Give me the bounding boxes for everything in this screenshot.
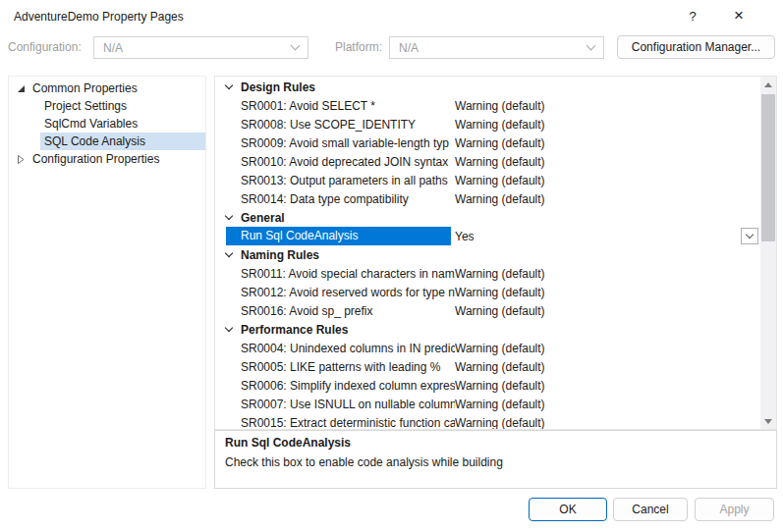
property-value: Warning (default) xyxy=(455,155,760,169)
property-name: SR0005: LIKE patterns with leading % xyxy=(241,360,455,374)
category-row-general[interactable]: General xyxy=(215,208,760,227)
description-text: Check this box to enable code analysis w… xyxy=(225,455,766,469)
property-row-sr0015[interactable]: SR0015: Extract deterministic function c… xyxy=(215,413,760,429)
property-value: Warning (default) xyxy=(455,398,760,411)
tree-item-common-properties[interactable]: Common Properties xyxy=(9,80,205,97)
chevron-down-icon[interactable] xyxy=(225,249,233,257)
chevron-down-icon[interactable] xyxy=(225,81,233,89)
configuration-combobox[interactable]: N/A xyxy=(93,36,308,59)
property-name: SR0016: Avoid sp_ prefix xyxy=(241,304,455,318)
category-row-naming-rules[interactable]: Naming Rules xyxy=(215,245,760,264)
help-icon: ? xyxy=(689,9,696,24)
property-name: SR0004: Unindexed columns in IN predic xyxy=(241,342,455,355)
property-value: Warning (default) xyxy=(455,267,760,281)
property-name: SR0006: Simplify indexed column expres xyxy=(241,379,455,393)
property-value: Warning (default) xyxy=(455,360,760,374)
platform-label: Platform: xyxy=(335,40,382,54)
chevron-down-icon xyxy=(587,41,596,51)
category-row-performance-rules[interactable]: Performance Rules xyxy=(215,320,760,339)
ok-button[interactable]: OK xyxy=(529,498,607,521)
window-title: AdventureDemo Property Pages xyxy=(14,10,184,24)
property-grid-panel: Design Rules SR0001: Avoid SELECT * Warn… xyxy=(214,76,777,430)
property-value: Warning (default) xyxy=(455,342,760,355)
property-name: SR0012: Avoid reserved words for type n xyxy=(241,286,455,299)
cancel-button[interactable]: Cancel xyxy=(613,498,688,521)
tree-item-configuration-properties[interactable]: Configuration Properties xyxy=(9,150,205,168)
platform-value: N/A xyxy=(399,41,419,55)
chevron-down-icon xyxy=(291,41,301,51)
property-row-sr0005[interactable]: SR0005: LIKE patterns with leading % War… xyxy=(215,357,760,376)
property-row-sr0008[interactable]: SR0008: Use SCOPE_IDENTITY Warning (defa… xyxy=(215,115,760,133)
help-button[interactable]: ? xyxy=(676,0,709,31)
scroll-thumb[interactable] xyxy=(761,94,775,241)
property-row-sr0007[interactable]: SR0007: Use ISNULL on nullable column Wa… xyxy=(215,395,760,413)
tree-item-sql-code-analysis[interactable]: SQL Code Analysis xyxy=(9,133,205,150)
expand-icon[interactable] xyxy=(15,154,27,165)
property-row-sr0009[interactable]: SR0009: Avoid small variable-length typ … xyxy=(215,133,760,152)
triangle-down-icon xyxy=(764,419,772,424)
platform-combobox[interactable]: N/A xyxy=(389,36,604,59)
tree-item-sqlcmd-variables[interactable]: SqlCmd Variables xyxy=(9,115,205,133)
category-row-design-rules[interactable]: Design Rules xyxy=(215,78,760,96)
property-value[interactable]: Yes xyxy=(451,230,760,243)
property-value: Warning (default) xyxy=(455,286,760,299)
property-name: SR0014: Data type compatibility xyxy=(241,192,455,206)
property-name: SR0009: Avoid small variable-length typ xyxy=(241,136,455,150)
chevron-down-icon[interactable] xyxy=(225,212,233,220)
triangle-up-icon xyxy=(764,82,772,87)
property-row-sr0016[interactable]: SR0016: Avoid sp_ prefix Warning (defaul… xyxy=(215,301,760,320)
description-title: Run Sql CodeAnalysis xyxy=(225,436,766,450)
configuration-label: Configuration: xyxy=(8,40,82,54)
title-bar: AdventureDemo Property Pages ? × xyxy=(0,0,783,32)
property-grid: Design Rules SR0001: Avoid SELECT * Warn… xyxy=(215,77,760,429)
property-value: Warning (default) xyxy=(455,304,760,318)
property-name: Run Sql CodeAnalysis xyxy=(226,227,451,245)
apply-button[interactable]: Apply xyxy=(695,498,774,521)
configuration-manager-button[interactable]: Configuration Manager... xyxy=(617,35,775,59)
close-button[interactable]: × xyxy=(722,0,755,31)
property-name: SR0008: Use SCOPE_IDENTITY xyxy=(241,118,455,132)
scroll-up-button[interactable] xyxy=(760,77,776,92)
property-value: Warning (default) xyxy=(455,99,760,113)
property-row-sr0012[interactable]: SR0012: Avoid reserved words for type n … xyxy=(215,283,760,301)
property-value: Warning (default) xyxy=(455,416,760,430)
property-row-run-sql-codeanalysis[interactable]: Run Sql CodeAnalysis Yes xyxy=(215,227,760,245)
property-name: SR0001: Avoid SELECT * xyxy=(241,99,455,113)
chevron-down-icon[interactable] xyxy=(225,324,233,332)
property-name: SR0010: Avoid deprecated JOIN syntax xyxy=(241,155,455,169)
collapse-icon[interactable] xyxy=(15,85,27,92)
chevron-down-icon xyxy=(746,231,754,239)
property-row-sr0013[interactable]: SR0013: Output parameters in all paths W… xyxy=(215,171,760,189)
description-panel: Run Sql CodeAnalysis Check this box to e… xyxy=(214,430,777,489)
property-name: SR0013: Output parameters in all paths xyxy=(241,174,455,187)
close-icon: × xyxy=(734,6,744,26)
scroll-down-button[interactable] xyxy=(760,413,776,429)
vertical-scrollbar[interactable] xyxy=(760,77,776,429)
property-value: Warning (default) xyxy=(455,174,760,187)
property-row-sr0014[interactable]: SR0014: Data type compatibility Warning … xyxy=(215,189,760,208)
property-value: Warning (default) xyxy=(455,379,760,393)
property-name: SR0007: Use ISNULL on nullable column xyxy=(241,398,455,411)
property-row-sr0006[interactable]: SR0006: Simplify indexed column expres W… xyxy=(215,376,760,395)
property-row-sr0001[interactable]: SR0001: Avoid SELECT * Warning (default) xyxy=(215,96,760,115)
property-value: Warning (default) xyxy=(455,192,760,206)
property-row-sr0004[interactable]: SR0004: Unindexed columns in IN predic W… xyxy=(215,339,760,357)
properties-tree: Common Properties Project Settings SqlCm… xyxy=(8,76,206,489)
property-row-sr0011[interactable]: SR0011: Avoid special characters in nam … xyxy=(215,264,760,283)
property-row-sr0010[interactable]: SR0010: Avoid deprecated JOIN syntax War… xyxy=(215,152,760,171)
property-name: SR0011: Avoid special characters in nam xyxy=(241,267,455,281)
tree-item-project-settings[interactable]: Project Settings xyxy=(9,97,205,115)
value-dropdown-button[interactable] xyxy=(741,228,758,244)
property-name: SR0015: Extract deterministic function c… xyxy=(241,416,455,430)
configuration-value: N/A xyxy=(103,41,123,55)
property-value: Warning (default) xyxy=(455,118,760,132)
property-value: Warning (default) xyxy=(455,136,760,150)
